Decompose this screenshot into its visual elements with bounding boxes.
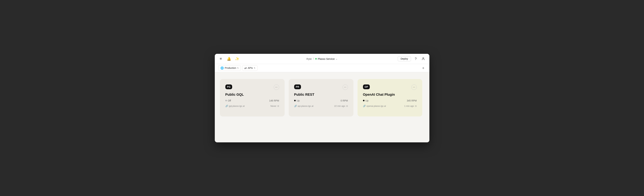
clock-icon: ⊙	[277, 105, 279, 107]
url-label: 🔗 openai.plasso.lgc.al	[363, 105, 386, 107]
card-stats: Off 146 RPM	[225, 99, 279, 102]
clock-icon: ⊙	[346, 105, 348, 107]
card-header: PR ···	[294, 84, 348, 90]
svg-point-0	[422, 58, 424, 59]
more-options-button[interactable]: ···	[274, 84, 279, 90]
card-badge: PR	[294, 84, 301, 89]
sparkle-icon[interactable]: ✨	[234, 56, 240, 62]
toolbar-right: ＋	[420, 65, 426, 71]
api-card: PG ··· Public GQL Off 146 RPM 🔗 gql.plas…	[220, 79, 284, 116]
card-header: OP ···	[363, 84, 417, 90]
breadcrumb-separator: /	[313, 57, 314, 60]
apis-label: APIs	[248, 66, 253, 69]
card-title: Public REST	[294, 93, 348, 96]
rpm-value: 146 RPM	[269, 99, 279, 102]
more-options-button[interactable]: ···	[411, 84, 417, 90]
status-label: Up	[294, 99, 300, 102]
card-footer: 🔗 gql.plasso.lgc.al Never ⊙	[225, 105, 279, 107]
globe-icon: 🌐	[220, 66, 224, 70]
breadcrumb: Ryte / Plasso Service ⌄	[306, 57, 338, 60]
add-button[interactable]: ＋	[420, 65, 426, 71]
header: ✳ 🔔 ✨ Ryte / Plasso Service ⌄ Deploy ?	[215, 54, 430, 64]
status-label: Off	[225, 99, 231, 102]
chevron-down-icon: ⌄	[336, 58, 338, 60]
bell-icon[interactable]: 🔔	[226, 56, 232, 62]
header-left-icons: ✳ 🔔 ✨	[218, 56, 240, 62]
rpm-value: 345 RPM	[407, 99, 416, 102]
arrows-icon: ⇄	[244, 66, 247, 70]
rpm-value: 0 RPM	[341, 99, 348, 102]
link-icon: 🔗	[294, 105, 297, 107]
card-badge: OP	[363, 84, 370, 89]
service-selector[interactable]: Plasso Service ⌄	[315, 58, 338, 60]
api-chevron-icon: ⇅	[254, 67, 255, 69]
breadcrumb-parent: Ryte	[306, 58, 312, 60]
url-label: 🔗 api.plasso.lgc.al	[294, 105, 314, 107]
more-options-button[interactable]: ···	[342, 84, 348, 90]
card-title: Public GQL	[225, 93, 279, 96]
link-icon: 🔗	[225, 105, 228, 107]
deploy-button[interactable]: Deploy	[398, 56, 411, 61]
service-status-dot	[315, 58, 317, 60]
card-stats: Up 0 RPM	[294, 99, 348, 102]
card-footer: 🔗 api.plasso.lgc.al 22 min ago ⊙	[294, 105, 348, 107]
url-label: 🔗 gql.plasso.lgc.al	[225, 105, 245, 107]
status-indicator	[294, 100, 296, 101]
status-label: Up	[363, 99, 368, 102]
api-card: PR ··· Public REST Up 0 RPM 🔗 api.plasso…	[289, 79, 354, 116]
link-icon: 🔗	[363, 105, 366, 107]
user-icon[interactable]	[420, 56, 426, 62]
last-deploy-label: Never ⊙	[270, 105, 279, 107]
service-name-label: Plasso Service	[318, 58, 335, 60]
status-indicator	[225, 100, 227, 101]
last-deploy-label: 22 min ago ⊙	[334, 105, 348, 107]
logo-icon[interactable]: ✳	[218, 56, 224, 62]
card-footer: 🔗 openai.plasso.lgc.al 1 min ago ⊙	[363, 105, 417, 107]
cards-container: PG ··· Public GQL Off 146 RPM 🔗 gql.plas…	[215, 72, 430, 123]
card-stats: Up 345 RPM	[363, 99, 417, 102]
clock-icon: ⊙	[415, 105, 417, 107]
environment-label: Production	[225, 66, 236, 69]
card-header: PG ···	[225, 84, 279, 90]
apis-selector[interactable]: ⇄ APIs ⇅	[242, 65, 258, 71]
env-chevron-icon: ⇅	[237, 67, 239, 69]
help-icon[interactable]: ?	[413, 56, 418, 62]
card-title: OpenAI Chat Plugin	[363, 93, 417, 96]
app-window: ✳ 🔔 ✨ Ryte / Plasso Service ⌄ Deploy ?	[215, 54, 430, 142]
header-actions: Deploy ?	[398, 56, 426, 62]
status-indicator	[363, 100, 364, 101]
toolbar: 🌐 Production ⇅ ⇄ APIs ⇅ ＋	[215, 64, 430, 72]
last-deploy-label: 1 min ago ⊙	[404, 105, 416, 107]
card-badge: PG	[225, 84, 232, 89]
api-card: OP ··· OpenAI Chat Plugin Up 345 RPM 🔗 o…	[358, 79, 422, 116]
environment-selector[interactable]: 🌐 Production ⇅	[218, 65, 241, 71]
